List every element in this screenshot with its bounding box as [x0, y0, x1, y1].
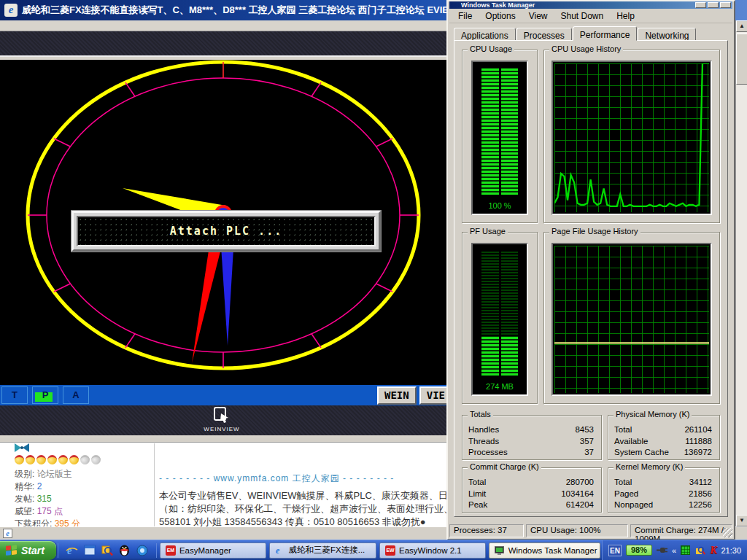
maximize-button[interactable] [708, 2, 719, 8]
medal-gold-icon [15, 455, 24, 464]
menu-shutdown[interactable]: Shut Down [555, 9, 610, 23]
forum-column-divider [154, 443, 155, 526]
signature-line-3: 558101 刘小姐 13584556343 传真：0510 80516653 … [159, 516, 446, 526]
attach-plc-dialog: Attach PLC ... [71, 211, 381, 252]
taskbar-button-easymanager[interactable]: EM EasyManager [160, 542, 266, 559]
medal-row [15, 455, 150, 464]
taskbar-separator [156, 543, 157, 558]
indicator-t[interactable]: T [1, 386, 28, 404]
physical-memory-group: Physical Memory (K) Total261104 Availabl… [608, 415, 720, 460]
menu-file[interactable]: File [452, 9, 478, 23]
status-processes: Processes: 37 [449, 524, 524, 537]
taskbar-button-browser[interactable]: e 威纶和三菱FX连接... [269, 542, 377, 559]
minimize-button[interactable] [695, 2, 706, 8]
scroll-thumb[interactable] [736, 34, 747, 85]
ie-task-icon: e [275, 545, 285, 556]
resize-grip[interactable] [723, 528, 732, 537]
browser-content: 级别: 论坛版主 精华: 2 发帖: 315 威望: 175 点 下载积分: 3… [0, 438, 446, 526]
ie-icon: e [4, 4, 18, 17]
antivirus-tray-icon[interactable]: K [710, 545, 716, 556]
simulator-bottom-edge [0, 435, 446, 438]
clock-tick [311, 334, 321, 348]
butterfly-icon [15, 443, 29, 452]
tray-collapse-chevron[interactable]: « [672, 546, 676, 555]
clock-tick [54, 284, 71, 292]
menu-view[interactable]: View [523, 9, 554, 23]
taskbar-separator [58, 543, 58, 558]
table-row: Limit1034164 [468, 489, 594, 500]
status-cpu-usage: CPU Usage: 100% [526, 524, 628, 537]
clock-tick [125, 334, 135, 348]
ie-quicklaunch-icon[interactable]: e [66, 544, 79, 557]
browser-content-top-strip [0, 438, 446, 443]
totals-label: Totals [468, 410, 493, 419]
hmi-screen: Attach PLC ... [0, 60, 446, 385]
start-button[interactable]: Start [0, 541, 56, 560]
taskmgr-tabs: Applications Processes Performance Netwo… [454, 26, 697, 41]
desktop-screen: e 威纶和三菱FX连接不能直接读写T、C、M8***、D8*** 工控人家园 三… [0, 0, 747, 560]
easywindow-caption [0, 31, 446, 57]
qq-penguin-icon[interactable] [118, 544, 131, 557]
taskmgr-titlebar[interactable]: Windows Task Manager [449, 1, 732, 9]
taskmgr-title: Windows Task Manager [461, 1, 535, 9]
taskbar-button-easywindow[interactable]: EW EasyWindow 2.1 [379, 542, 486, 559]
menu-options[interactable]: Options [479, 9, 521, 23]
table-row: Processes37 [468, 447, 594, 459]
cpu-meter-panel: 100 % [471, 61, 528, 215]
system-tray: EN 98% « K 21:30 [602, 540, 747, 560]
scroll-up-button[interactable]: ▲ [736, 20, 747, 32]
pf-meter-value: 274 MB [473, 382, 527, 391]
indicator-a[interactable]: A [63, 386, 89, 404]
clock-tick [54, 139, 71, 147]
battery-indicator[interactable]: 98% [626, 545, 652, 556]
cpu-history-grid [554, 63, 709, 212]
taskbar-button-taskmanager[interactable]: Windows Task Manager [489, 542, 600, 559]
cpu-history-line [554, 63, 709, 206]
easybuilder-icon[interactable] [101, 544, 114, 557]
view-button[interactable]: VIE [419, 386, 446, 405]
media-player-icon[interactable] [136, 544, 149, 557]
cpu-history-chart [554, 63, 709, 212]
attach-plc-message: Attach PLC ... [170, 225, 282, 238]
table-row: Paged21856 [614, 489, 712, 500]
pf-meter-bars [481, 250, 518, 376]
table-row: Handles8453 [468, 424, 594, 436]
app-window-icon[interactable] [83, 544, 96, 557]
medal-gold-icon [58, 455, 68, 464]
medal-gold-icon [36, 455, 46, 464]
weinview-logo: WEINVIEW [198, 407, 245, 432]
weinview-logo-icon [212, 407, 231, 423]
cpu-usage-group: CPU Usage 100 % [462, 50, 538, 223]
level-value: 论坛版主 [37, 469, 72, 479]
power-plug-icon[interactable] [657, 545, 667, 556]
clock-tick [376, 284, 393, 292]
scroll-down-button[interactable]: ▼ [736, 515, 747, 526]
prestige-label: 威望: [15, 506, 34, 516]
close-button[interactable] [720, 2, 731, 8]
pf-history-label: Page File Usage History [549, 227, 640, 236]
posts-label: 发帖: [15, 494, 34, 504]
tab-performance[interactable]: Performance [573, 26, 638, 41]
pf-meter-panel: 274 MB [471, 243, 528, 396]
signature-header: - - - - - - - - www.ymmfa.com 工控人家园 - - … [159, 472, 446, 485]
medal-gold-icon [69, 455, 79, 464]
browser-vertical-scrollbar[interactable]: ▲ ▼ [735, 20, 747, 526]
wein-button[interactable]: WEIN [377, 386, 417, 405]
cpu-meter-value: 100 % [473, 201, 527, 210]
taskbar: Start e EM EasyManager [0, 540, 747, 560]
menu-help[interactable]: Help [611, 9, 640, 23]
pf-meter-split [499, 250, 501, 376]
commit-charge-group: Commit Charge (K) Total280700 Limit10341… [462, 467, 602, 513]
language-indicator[interactable]: EN [608, 545, 622, 556]
windows-flag-icon [6, 545, 18, 556]
pf-history-panel [551, 243, 712, 396]
table-row: Peak614204 [468, 499, 594, 511]
digest-value: 2 [37, 481, 42, 491]
search-tray-icon[interactable] [694, 545, 705, 556]
weinview-logo-label: WEINVIEW [198, 426, 245, 432]
indicator-p[interactable]: P [32, 386, 58, 404]
forum-signature: - - - - - - - - www.ymmfa.com 工控人家园 - - … [159, 472, 446, 526]
svg-text:e: e [67, 545, 72, 556]
network-tray-icon[interactable] [681, 545, 690, 555]
performance-tab-page: CPU Usage 100 % CPU Usage History [454, 40, 728, 517]
